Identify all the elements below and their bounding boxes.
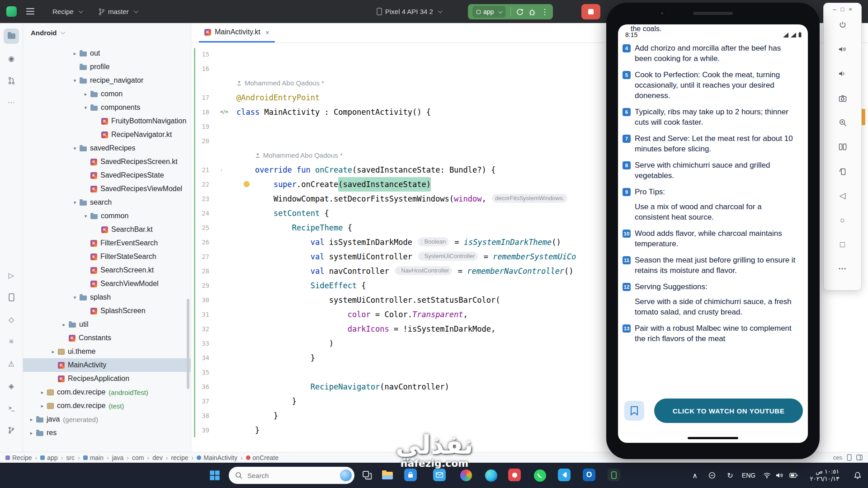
- mail-button[interactable]: [433, 469, 446, 481]
- taskbar-search[interactable]: [229, 467, 354, 484]
- edge-browser-button[interactable]: [484, 469, 498, 482]
- screenshot-button[interactable]: [836, 91, 849, 105]
- red-app-button[interactable]: [508, 469, 521, 481]
- run-tool-button[interactable]: ▷: [4, 267, 19, 283]
- pull-requests-tool-button[interactable]: [4, 73, 19, 88]
- tree-item-util[interactable]: ▸util: [23, 318, 191, 331]
- sync-tray-icon[interactable]: ↻: [725, 463, 735, 488]
- breadcrumb-com[interactable]: com: [132, 454, 144, 461]
- more-run-options-button[interactable]: ⋮: [541, 8, 548, 16]
- device-mirror-icon[interactable]: [847, 454, 852, 461]
- terminal-tool-button[interactable]: >_: [4, 400, 19, 416]
- layout-panel-icon[interactable]: [856, 455, 863, 460]
- tree-item-mainactivity[interactable]: KMainActivity: [23, 358, 191, 372]
- device-manager-tool-button[interactable]: [4, 290, 19, 305]
- minimize-window-button[interactable]: –: [833, 6, 836, 13]
- whatsapp-button[interactable]: [533, 469, 547, 482]
- breadcrumb-recipe[interactable]: Recipe: [5, 454, 32, 461]
- version-control-tool-button[interactable]: [4, 422, 19, 438]
- tree-item-common[interactable]: ▾common: [23, 209, 191, 223]
- outlook-button[interactable]: O: [583, 469, 595, 481]
- start-button[interactable]: [208, 469, 222, 482]
- tree-item-com-dev-recipe[interactable]: ▸com.dev.recipe(test): [23, 399, 191, 413]
- build-tool-button[interactable]: ◈: [4, 378, 19, 394]
- zoom-button[interactable]: [836, 116, 849, 129]
- overview-button[interactable]: □: [836, 238, 849, 251]
- tree-item-recipenavigator-kt[interactable]: KRecipeNavigator.kt: [23, 128, 191, 141]
- project-tool-button[interactable]: [4, 28, 19, 44]
- more-device-options-button[interactable]: ···: [836, 262, 849, 276]
- tree-item-savedrecipesscreen-kt[interactable]: KSavedRecipesScreen.kt: [23, 155, 191, 169]
- close-window-button[interactable]: ×: [849, 6, 852, 13]
- device-selector[interactable]: Pixel 4 API 34 2: [377, 0, 441, 23]
- clock[interactable]: ١٠:٥١ ص ٢٠٢٦/١٠/١٣: [803, 463, 846, 488]
- photos-button[interactable]: [459, 469, 473, 482]
- breadcrumb-oncreate[interactable]: onCreate: [246, 454, 279, 461]
- tree-item-searchbar-kt[interactable]: KSearchBar.kt: [23, 223, 191, 236]
- breadcrumb-src[interactable]: src: [66, 454, 75, 461]
- focus-assist-icon[interactable]: [707, 463, 717, 488]
- watch-on-youtube-button[interactable]: CLICK TO WATCH ON YOUTUBE: [654, 399, 803, 423]
- logcat-tool-button[interactable]: ≡: [4, 334, 19, 349]
- rotate-device-button[interactable]: [836, 164, 849, 178]
- breadcrumb-java[interactable]: java: [112, 454, 124, 461]
- project-widget[interactable]: Recipe: [52, 0, 82, 23]
- override-marker-icon[interactable]: ↑: [209, 168, 236, 173]
- tree-item-search[interactable]: ▾search: [23, 196, 191, 209]
- project-tree-scrollbar[interactable]: [187, 299, 189, 389]
- volume-icon[interactable]: [774, 463, 785, 488]
- close-tab-icon[interactable]: ×: [265, 28, 269, 36]
- tree-item-filterstatesearch[interactable]: KFilterStateSearch: [23, 250, 191, 263]
- breadcrumb-recipe[interactable]: recipe: [171, 454, 188, 461]
- main-menu-button[interactable]: [26, 8, 34, 14]
- store-button[interactable]: [404, 469, 417, 481]
- breadcrumb-main[interactable]: main: [83, 454, 104, 461]
- tree-item-splash[interactable]: ▾splash: [23, 291, 191, 304]
- home-button[interactable]: ○: [836, 213, 849, 227]
- tree-item-recipe-navigator[interactable]: ▾recipe_navigator: [23, 74, 191, 87]
- search-input[interactable]: [246, 471, 328, 480]
- phone-screen[interactable]: the coals. 8:15 4Add chorizo and morcill…: [618, 24, 808, 443]
- tree-item-searchviewmodel[interactable]: KSearchViewModel: [23, 277, 191, 291]
- phone-link-button[interactable]: [608, 469, 620, 481]
- notifications-button[interactable]: [852, 463, 863, 488]
- tree-item-savedrecipesviewmodel[interactable]: KSavedRecipesViewModel: [23, 182, 191, 196]
- stop-button[interactable]: [581, 4, 600, 19]
- breadcrumb-dev[interactable]: dev: [152, 454, 163, 461]
- vcs-branch-widget[interactable]: master: [99, 0, 137, 23]
- wifi-icon[interactable]: [761, 463, 772, 488]
- tree-item-fruitybottomnavigation[interactable]: KFruityBottomNavigation: [23, 114, 191, 128]
- volume-down-button[interactable]: [836, 67, 849, 80]
- maximize-window-button[interactable]: □: [840, 6, 844, 13]
- error-stripe-mark[interactable]: [861, 109, 865, 125]
- hidden-icons-chevron[interactable]: ∧: [690, 463, 700, 488]
- tree-item-java[interactable]: ▸java(generated): [23, 413, 191, 426]
- language-indicator[interactable]: ENG: [741, 463, 757, 488]
- tree-item-constants[interactable]: KConstants: [23, 331, 191, 345]
- tab-mainactivity[interactable]: K MainActivity.kt ×: [199, 23, 275, 42]
- tree-item-com-dev-recipe[interactable]: ▸com.dev.recipe(androidTest): [23, 385, 191, 399]
- problems-tool-button[interactable]: ⚠: [4, 356, 19, 371]
- back-button[interactable]: ◁: [836, 189, 849, 202]
- debug-button[interactable]: [528, 8, 536, 16]
- more-tool-windows-button[interactable]: ···: [4, 95, 19, 110]
- breadcrumb-app[interactable]: app: [40, 454, 57, 461]
- tree-item-res[interactable]: ▸res: [23, 426, 191, 440]
- file-explorer-button[interactable]: [381, 469, 394, 482]
- fold-device-button[interactable]: [836, 140, 849, 154]
- search-highlight-icon[interactable]: [340, 469, 352, 481]
- tree-item-ui-theme[interactable]: ▸ui.theme: [23, 345, 191, 358]
- breadcrumb-mainactivity[interactable]: MainActivity: [197, 454, 237, 461]
- battery-icon[interactable]: [788, 463, 799, 488]
- tree-item-savedrecipesstate[interactable]: KSavedRecipesState: [23, 169, 191, 182]
- tree-item-comon[interactable]: ▸comon: [23, 87, 191, 101]
- vscode-button[interactable]: [558, 469, 571, 481]
- services-tool-button[interactable]: ◇: [4, 312, 19, 327]
- tree-item-profile[interactable]: profile: [23, 60, 191, 74]
- power-button[interactable]: [836, 18, 849, 32]
- tree-item-out[interactable]: ▸out: [23, 47, 191, 60]
- tree-item-searchscreen-kt[interactable]: KSearchScreen.kt: [23, 263, 191, 277]
- project-view-selector[interactable]: Android: [23, 23, 191, 42]
- tree-item-recipesapplication[interactable]: KRecipesApplication: [23, 372, 191, 385]
- task-view-button[interactable]: [360, 469, 374, 482]
